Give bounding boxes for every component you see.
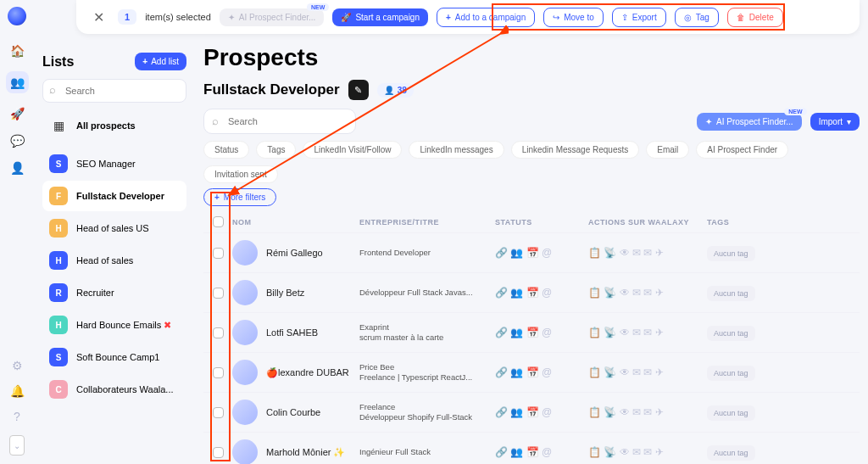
avatar <box>232 320 258 345</box>
sidebar-item[interactable]: SSoft Bounce Camp1 <box>42 342 186 372</box>
list-name: Fullstack Developer <box>203 81 340 98</box>
new-badge: NEW <box>784 108 806 115</box>
row-checkbox[interactable] <box>213 407 224 418</box>
messages-icon[interactable]: 💬 <box>10 134 25 148</box>
action-icons[interactable]: 📋 📡 👁 ✉ ✉ ✈ <box>588 366 707 378</box>
members-badge[interactable]: 👤 38 <box>377 83 414 98</box>
sidebar-search-input[interactable] <box>42 79 186 103</box>
avatar <box>232 360 258 385</box>
tag-button[interactable]: Aucun tag <box>707 326 755 341</box>
table-row[interactable]: Lotfi SAHEB Exaprintscrum master à la ca… <box>203 312 860 352</box>
action-icons[interactable]: 📋 📡 👁 ✉ ✉ ✈ <box>588 446 707 458</box>
filter-pill[interactable]: LinkedIn Visit/Follow <box>303 141 402 159</box>
avatar <box>232 439 258 464</box>
filter-pill[interactable]: Invitation sent <box>203 165 278 183</box>
team-icon[interactable]: 👤 <box>10 161 25 175</box>
start-campaign-button[interactable]: 🚀 Start a campaign <box>332 8 428 26</box>
action-icons[interactable]: 📋 📡 👁 ✉ ✉ ✈ <box>588 247 707 259</box>
action-icons[interactable]: 📋 📡 👁 ✉ ✉ ✈ <box>588 406 707 418</box>
sidebar-title: Lists <box>42 54 74 70</box>
logo-icon[interactable] <box>8 7 26 25</box>
action-icons[interactable]: 📋 📡 👁 ✉ ✉ ✈ <box>588 327 707 338</box>
move-to-button[interactable]: ↪ Move to <box>543 8 604 27</box>
left-rail: 🏠 👥 🚀 💬 👤 ⚙ 🔔 ? ⌄ <box>0 0 34 464</box>
sidebar-item[interactable]: CCollaborateurs Waala... <box>42 374 186 405</box>
main-content: Prospects Fullstack Developer ✎ 👤 38 ✦ A… <box>203 44 860 464</box>
add-to-campaign-button[interactable]: + Add to a campaign <box>437 8 535 27</box>
settings-icon[interactable]: ⚙ <box>12 359 23 372</box>
tag-button[interactable]: Aucun tag <box>707 246 755 261</box>
sidebar-item[interactable]: HHead of sales <box>42 245 186 276</box>
table-row[interactable]: Rémi Gallego Frontend Developer 🔗 👥 📅 @ … <box>203 232 860 272</box>
avatar <box>232 280 258 305</box>
status-icons: 🔗 👥 📅 @ <box>495 247 588 259</box>
more-filters-button[interactable]: + More filters <box>203 188 276 206</box>
row-checkbox[interactable] <box>213 327 224 338</box>
tag-button[interactable]: Aucun tag <box>707 405 755 421</box>
table-row[interactable]: Colin Courbe FreelanceDéveloppeur Shopif… <box>203 392 860 432</box>
filter-pill[interactable]: LinkedIn messages <box>409 141 504 159</box>
collapse-button[interactable]: ⌄ <box>9 435 25 456</box>
status-icons: 🔗 👥 📅 @ <box>495 446 588 458</box>
sidebar-item[interactable]: SSEO Manager <box>42 148 186 179</box>
tag-button[interactable]: Aucun tag <box>707 366 755 381</box>
selected-count: 1 <box>118 9 136 25</box>
campaigns-icon[interactable]: 🚀 <box>10 107 25 120</box>
import-button[interactable]: Import ▾ <box>810 113 860 131</box>
table-header: NOM ENTREPRISE/TITRE STATUTS ACTIONS SUR… <box>203 211 860 232</box>
ai-prospect-finder-button[interactable]: ✦ AI Prospect Finder... <box>697 113 802 131</box>
delete-button[interactable]: 🗑 Delete <box>727 8 783 27</box>
close-icon[interactable]: ✕ <box>88 8 109 27</box>
row-checkbox[interactable] <box>213 288 224 299</box>
status-icons: 🔗 👥 📅 @ <box>495 327 588 338</box>
sidebar-item[interactable]: HHead of sales US <box>42 213 186 243</box>
ai-finder-disabled-button: ✦ AI Prospect Finder... <box>220 8 325 26</box>
home-icon[interactable]: 🏠 <box>10 44 25 58</box>
add-list-button[interactable]: + Add list <box>135 53 186 70</box>
status-icons: 🔗 👥 📅 @ <box>495 366 588 378</box>
selected-text: item(s) selected <box>145 12 211 22</box>
tag-button[interactable]: Aucun tag <box>707 286 755 301</box>
avatar <box>232 240 258 266</box>
lists-sidebar: Lists + Add list ▦ All prospects SSEO Ma… <box>34 44 195 464</box>
avatar <box>232 400 258 425</box>
table-row[interactable]: Billy Betz Développeur Full Stack Javas.… <box>203 272 860 312</box>
filter-pill[interactable]: Tags <box>256 141 296 159</box>
all-prospects-item[interactable]: ▦ All prospects <box>42 113 186 138</box>
notifications-icon[interactable]: 🔔 <box>10 384 25 398</box>
grid-icon: ▦ <box>49 119 68 132</box>
filter-pill[interactable]: AI Prospect Finder <box>696 141 788 159</box>
row-checkbox[interactable] <box>213 248 224 259</box>
tag-button[interactable]: ◎ Tag <box>675 8 719 27</box>
export-button[interactable]: ⇪ Export <box>612 8 666 27</box>
select-all-checkbox[interactable] <box>213 216 224 227</box>
row-checkbox[interactable] <box>213 447 224 458</box>
prospects-table: NOM ENTREPRISE/TITRE STATUTS ACTIONS SUR… <box>203 211 860 464</box>
row-checkbox[interactable] <box>213 367 224 378</box>
main-search-input[interactable] <box>203 109 356 134</box>
status-icons: 🔗 👥 📅 @ <box>495 287 588 299</box>
page-title: Prospects <box>203 44 860 71</box>
filter-pill[interactable]: Email <box>646 141 689 159</box>
tag-button[interactable]: Aucun tag <box>707 445 755 461</box>
filter-pill[interactable]: Linkedin Message Requests <box>511 141 640 159</box>
table-row[interactable]: Marhold Mônier ✨ Ingénieur Full Stack 🔗 … <box>203 432 860 464</box>
action-icons[interactable]: 📋 📡 👁 ✉ ✉ ✈ <box>588 287 707 299</box>
table-row[interactable]: 🍎lexandre DUBAR Price BeeFreelance | Typ… <box>203 352 860 392</box>
filter-pills: StatusTagsLinkedIn Visit/FollowLinkedIn … <box>203 141 860 183</box>
prospects-icon[interactable]: 👥 <box>6 71 29 93</box>
selection-toolbar: ✕ 1 item(s) selected ✦ AI Prospect Finde… <box>76 0 860 34</box>
sidebar-item[interactable]: HHard Bounce Emails ✖ <box>42 310 186 340</box>
status-icons: 🔗 👥 📅 @ <box>495 406 588 418</box>
filter-pill[interactable]: Status <box>203 141 249 159</box>
new-badge: NEW <box>307 3 329 11</box>
sidebar-item[interactable]: RRecruiter <box>42 277 186 308</box>
list-settings-icon[interactable]: ✎ <box>348 80 369 100</box>
sidebar-item[interactable]: FFullstack Developer <box>42 181 186 211</box>
help-icon[interactable]: ? <box>14 410 20 423</box>
